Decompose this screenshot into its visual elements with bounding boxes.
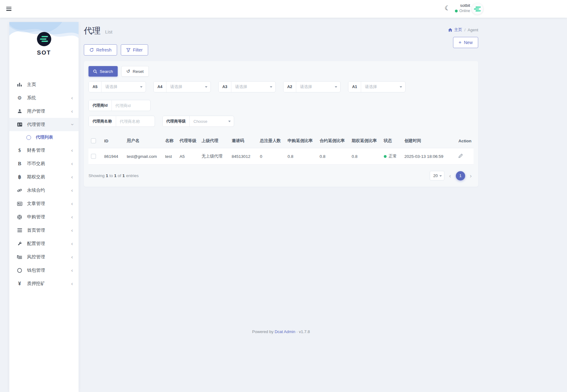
user-status: Online — [459, 9, 470, 13]
agent-level-select[interactable]: Choose — [190, 116, 234, 127]
funnel-icon — [126, 48, 130, 52]
gear-icon: ⚙ — [16, 95, 23, 101]
sidebar-item-subscription-management[interactable]: 申购管理 ‹ — [9, 210, 79, 224]
breadcrumb-home-link[interactable]: 主页 — [448, 27, 462, 33]
a2-select[interactable]: 请选择 — [296, 82, 340, 92]
sidebar: SOT 主页 ⚙ 系统 ‹ 用户管理 ‹ 代理管理 ‹ — [9, 22, 79, 392]
sidebar-item-finance[interactable]: $ 财务管理 ‹ — [9, 144, 79, 157]
sidebar-item-wallet-management[interactable]: 钱包管理 ‹ — [9, 264, 79, 277]
caret-down-icon — [335, 86, 337, 88]
footer: Powered by Dcat Admin · v1.7.8 — [84, 329, 478, 334]
dollar-icon: $ — [16, 148, 23, 153]
cell-name: test — [163, 148, 177, 165]
filter-select-a2: A2 请选择 — [283, 81, 341, 92]
filter-button[interactable]: Filter — [121, 44, 148, 56]
id-card-icon — [16, 122, 23, 127]
chevron-left-icon: ‹ — [71, 268, 73, 273]
coin-b-icon: B — [16, 161, 23, 167]
sidebar-item-options-trading[interactable]: ฿ 期权交易 ‹ — [9, 170, 79, 184]
status-dot — [384, 155, 387, 158]
cell-option-rebate: 0.8 — [349, 148, 381, 165]
topbar: ☾ sotbit Online — [0, 0, 567, 18]
cell-id: 861944 — [102, 148, 124, 165]
col-header-status: 状态 — [381, 134, 402, 148]
cell-purchase-rebate: 0.8 — [285, 148, 317, 165]
plus-icon: + — [459, 40, 461, 45]
caret-down-icon — [140, 86, 143, 88]
col-header-invite-code: 邀请码 — [229, 134, 257, 148]
circle-o-icon — [16, 268, 23, 273]
page-subtitle: List — [105, 29, 112, 34]
sidebar-item-perpetual-contract[interactable]: 永续合约 ‹ — [9, 184, 79, 197]
cell-parent: 无上级代理 — [199, 148, 229, 165]
a4-select[interactable]: 请选择 — [166, 82, 211, 92]
new-button[interactable]: + New — [453, 37, 478, 48]
table-header-row: ID 用户名 名称 代理等级 上级代理 邀请码 总注册人数 申购返佣比率 合约返… — [88, 134, 474, 148]
row-checkbox[interactable] — [91, 154, 96, 159]
brand-logo — [37, 32, 51, 46]
prev-page-button[interactable]: ‹ — [447, 173, 453, 179]
edit-button[interactable] — [458, 154, 463, 158]
col-header-option-rebate: 期权返佣比率 — [349, 134, 381, 148]
caret-down-icon — [205, 86, 207, 88]
next-page-button[interactable]: › — [468, 173, 474, 179]
agent-name-input[interactable] — [116, 116, 155, 127]
brand-header: SOT — [9, 22, 79, 71]
chevron-left-icon: ‹ — [71, 241, 73, 246]
chevron-down-icon: ‹ — [70, 124, 75, 126]
select-all-checkbox[interactable] — [91, 138, 96, 143]
bar-chart-icon — [16, 82, 23, 87]
chain-icon — [16, 188, 23, 193]
a3-select[interactable]: 请选择 — [231, 82, 275, 92]
a1-select[interactable]: 请选择 — [361, 82, 405, 92]
cell-registrations: 0 — [257, 148, 285, 165]
agent-id-input[interactable] — [112, 100, 150, 111]
undo-icon: ↺ — [126, 69, 130, 74]
col-header-parent: 上级代理 — [199, 134, 229, 148]
grid-card: Search ↺ Reset A5 请选择 A4 请选择 — [84, 61, 478, 187]
a5-select[interactable]: 请选择 — [102, 82, 146, 92]
sidebar-item-system[interactable]: ⚙ 系统 ‹ — [9, 91, 79, 105]
online-status-dot — [455, 10, 458, 12]
sidebar-item-agent-management[interactable]: 代理管理 ‹ — [9, 118, 79, 131]
refresh-button[interactable]: Refresh — [84, 44, 117, 56]
user-menu[interactable]: sotbit Online — [437, 3, 470, 13]
caret-down-icon — [400, 86, 402, 88]
col-header-purchase-rebate: 申购返佣比率 — [285, 134, 317, 148]
sidebar-item-article-management[interactable]: 文章管理 ‹ — [9, 197, 79, 210]
cell-level: A5 — [177, 148, 199, 165]
sidebar-item-agent-list[interactable]: 代理列表 — [9, 131, 79, 144]
life-ring-icon — [16, 215, 23, 220]
col-header-username: 用户名 — [124, 134, 162, 148]
sidebar-toggle-button[interactable] — [5, 5, 13, 12]
newspaper-icon — [16, 202, 23, 206]
yen-icon: ¥ — [16, 281, 23, 287]
bars-icon — [16, 228, 23, 232]
per-page-select[interactable]: 20 — [430, 171, 444, 180]
bitcoin-icon: ฿ — [16, 174, 23, 180]
cell-created-at: 2025-03-13 18:06:59 — [402, 148, 456, 165]
avatar[interactable] — [472, 3, 483, 15]
filter-select-a1: A1 请选择 — [348, 81, 406, 92]
caret-down-icon — [270, 86, 272, 88]
sidebar-item-home[interactable]: 主页 — [9, 78, 79, 91]
breadcrumb-separator: / — [464, 28, 465, 32]
col-header-level: 代理等级 — [177, 134, 199, 148]
sidebar-item-user-management[interactable]: 用户管理 ‹ — [9, 105, 79, 118]
chevron-left-icon: ‹ — [71, 254, 73, 260]
chevron-left-icon: ‹ — [71, 201, 73, 206]
sidebar-item-staking-mining[interactable]: ¥ 质押挖矿 ‹ — [9, 277, 79, 290]
search-button[interactable]: Search — [88, 66, 118, 77]
sidebar-item-risk-management[interactable]: 风控管理 ‹ — [9, 250, 79, 264]
dcat-admin-link[interactable]: Dcat Admin — [274, 329, 295, 334]
user-icon — [16, 109, 23, 114]
sidebar-item-homepage-management[interactable]: 首页管理 ‹ — [9, 224, 79, 237]
sidebar-item-spot-trading[interactable]: B 币币交易 ‹ — [9, 157, 79, 170]
chevron-left-icon: ‹ — [71, 161, 73, 166]
chevron-left-icon: ‹ — [71, 214, 73, 220]
breadcrumb: 主页 / Agent — [448, 27, 478, 33]
sidebar-item-config-management[interactable]: 配置管理 ‹ — [9, 237, 79, 250]
filter-select-a4: A4 请选择 — [153, 81, 211, 92]
reset-button[interactable]: ↺ Reset — [121, 66, 149, 77]
page-1-button[interactable]: 1 — [456, 171, 465, 180]
